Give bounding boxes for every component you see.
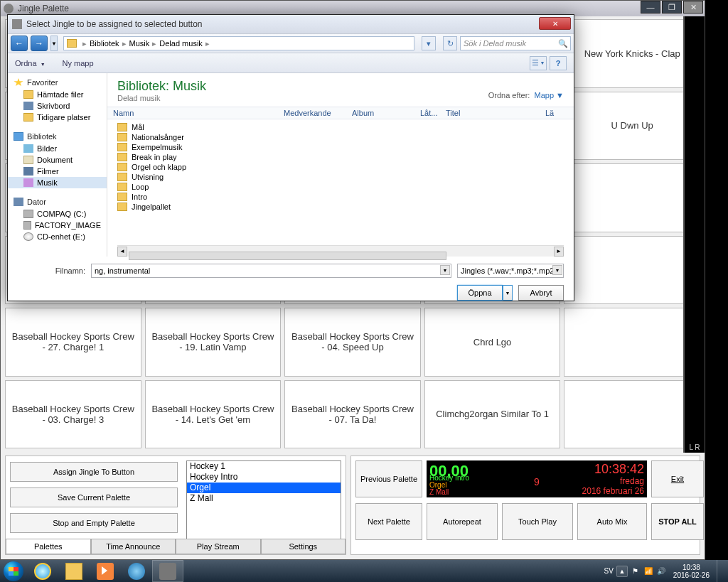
jingle-button[interactable]: Baseball Hockey Sports Crew - 14. Let's … <box>145 380 282 449</box>
tab[interactable]: Play Stream <box>176 539 261 554</box>
tray-flag-icon[interactable]: ⚑ <box>631 566 641 576</box>
tray-lang[interactable]: SV <box>604 567 614 575</box>
filter-dropdown[interactable]: ▼ <box>552 265 562 275</box>
nav-forward-button[interactable]: → <box>31 36 48 51</box>
file-row[interactable]: Intro <box>107 192 574 202</box>
minimize-button[interactable]: — <box>641 1 660 14</box>
organize-menu[interactable]: Ordna ▼ <box>15 59 46 68</box>
assign-jingle-button[interactable]: Assign Jingle To Button <box>10 462 178 482</box>
file-list[interactable]: MålNationalsångerExempelmusikBreak in pl… <box>107 119 574 245</box>
next-palette-button[interactable]: Next Palette <box>355 503 422 540</box>
refresh-button[interactable]: ↻ <box>443 36 457 50</box>
jingle-button[interactable] <box>564 308 700 377</box>
sidebar-item[interactable]: COMPAQ (C:) <box>8 208 107 220</box>
open-dropdown[interactable]: ▼ <box>503 285 513 301</box>
autorepeat-button[interactable]: Autorepeat <box>427 503 498 540</box>
dialog-title: Select Jingle to be assigned to selected… <box>26 19 203 29</box>
cancel-button[interactable]: Avbryt <box>518 285 564 301</box>
file-row[interactable]: Orgel och klapp <box>107 162 574 172</box>
jingle-button[interactable] <box>564 380 700 449</box>
jingle-button[interactable]: Baseball Hockey Sports Crew - 04. Speed … <box>284 308 421 377</box>
folder-icon <box>117 203 127 211</box>
file-row[interactable]: Nationalsånger <box>107 132 574 142</box>
jingle-button[interactable]: Chrd Lgo <box>424 308 561 377</box>
open-button[interactable]: Öppna <box>457 285 503 301</box>
tab[interactable]: Settings <box>261 539 346 554</box>
ico-music-icon <box>23 178 33 187</box>
sidebar-item[interactable]: Filmer <box>8 166 107 177</box>
jingle-button[interactable]: New York Knicks - Clap <box>564 19 700 88</box>
view-options-button[interactable]: ☰▼ <box>530 56 547 70</box>
list-item[interactable]: Hockey 1 <box>187 461 341 472</box>
list-item[interactable]: Hockey Intro <box>187 472 341 483</box>
ico-hd-icon <box>23 210 33 218</box>
sort-dropdown[interactable]: Mapp ▼ <box>535 91 564 99</box>
horizontal-scrollbar[interactable]: ◄ ► <box>117 245 564 257</box>
search-input[interactable]: Sök i Delad musik 🔍 <box>460 36 571 50</box>
breadcrumb[interactable]: ▸ Bibliotek▸ Musik▸ Delad musik▸ <box>63 36 414 50</box>
stop-all-button[interactable]: STOP ALL <box>651 503 704 540</box>
sidebar-item[interactable]: Musik <box>8 177 107 188</box>
filter-select[interactable] <box>457 264 564 278</box>
sidebar-item[interactable]: Hämtade filer <box>8 89 107 100</box>
sidebar-item[interactable]: CD-enhet (E:) <box>8 231 107 242</box>
palette-list[interactable]: Hockey 1Hockey IntroOrgelZ Mall <box>186 460 341 550</box>
queue-list: Hockey Intro Orgel Z Mall <box>429 475 469 496</box>
jingle-button[interactable]: Baseball Hockey Sports Crew - 27. Charge… <box>5 308 141 377</box>
file-row[interactable]: Mål <box>107 122 574 132</box>
jingle-button[interactable]: Baseball Hockey Sports Crew - 07. Ta Da! <box>284 380 421 449</box>
ico-folder-icon <box>23 113 33 122</box>
tab[interactable]: Palettes <box>6 539 91 554</box>
taskbar-explorer[interactable] <box>58 560 90 582</box>
taskbar-wmp[interactable] <box>90 560 121 582</box>
list-item[interactable]: Orgel <box>187 483 341 493</box>
jingle-button[interactable]: Baseball Hockey Sports Crew - 03. Charge… <box>5 380 141 449</box>
tray-expand[interactable]: ▲ <box>616 566 628 577</box>
jingle-button[interactable] <box>564 163 700 232</box>
jingle-button[interactable] <box>564 236 700 305</box>
tray-volume-icon[interactable]: 🔊 <box>656 566 666 576</box>
empty-palette-button[interactable]: Stop and Empty Palette <box>10 513 178 533</box>
jingle-button[interactable]: Baseball Hockey Sports Crew - 19. Latin … <box>145 308 282 377</box>
sidebar-item[interactable]: Dokument <box>8 154 107 166</box>
help-button[interactable]: ? <box>550 56 567 70</box>
sidebar-item[interactable]: Tidigare platser <box>8 112 107 123</box>
start-button[interactable] <box>0 560 27 582</box>
show-desktop[interactable] <box>717 560 724 582</box>
file-row[interactable]: Utvisning <box>107 172 574 182</box>
file-row[interactable]: Loop <box>107 182 574 192</box>
save-palette-button[interactable]: Save Current Palette <box>10 487 178 507</box>
taskbar-ie[interactable] <box>27 560 58 582</box>
folder-icon <box>117 183 127 191</box>
tray-network-icon[interactable]: 📶 <box>643 566 653 576</box>
previous-palette-button[interactable]: Previous Palette <box>355 460 422 497</box>
filename-dropdown[interactable]: ▼ <box>440 265 450 275</box>
list-item[interactable]: Z Mall <box>187 493 341 504</box>
new-folder-button[interactable]: Ny mapp <box>63 59 94 68</box>
file-row[interactable]: Jingelpallet <box>107 202 574 212</box>
tab[interactable]: Time Announce <box>91 539 176 554</box>
nav-back-button[interactable]: ← <box>11 36 28 51</box>
jingle-button[interactable]: U Dwn Up <box>564 92 700 161</box>
taskbar-app[interactable] <box>152 560 183 582</box>
sidebar-item[interactable]: Bilder <box>8 143 107 154</box>
jingle-button[interactable]: Climchg2organ Similar To 1 <box>424 380 561 449</box>
clock-time: 10:38:42 <box>594 462 644 477</box>
sidebar-item[interactable]: Skrivbord <box>8 100 107 112</box>
nav-history-dropdown[interactable]: ▼ <box>50 36 58 51</box>
auto-mix-button[interactable]: Auto Mix <box>577 503 647 540</box>
taskbar-hp[interactable] <box>121 560 152 582</box>
file-row[interactable]: Exempelmusik <box>107 142 574 152</box>
touch-play-button[interactable]: Touch Play <box>502 503 573 540</box>
close-button[interactable]: ✕ <box>683 1 703 14</box>
exit-button[interactable]: Exit <box>651 460 704 497</box>
column-headers[interactable]: Namn Medverkande Album Låt... Titel Lä <box>107 107 574 119</box>
file-row[interactable]: Break in play <box>107 152 574 162</box>
dialog-close-button[interactable]: ✕ <box>539 17 571 30</box>
breadcrumb-dropdown[interactable]: ▾ <box>422 36 436 50</box>
wmp-icon <box>97 563 114 580</box>
filename-input[interactable] <box>91 264 451 278</box>
maximize-button[interactable]: ❐ <box>662 1 682 14</box>
tray-clock[interactable]: 10:38 2016-02-26 <box>673 564 710 579</box>
sidebar-item[interactable]: FACTORY_IMAGE <box>8 220 107 231</box>
